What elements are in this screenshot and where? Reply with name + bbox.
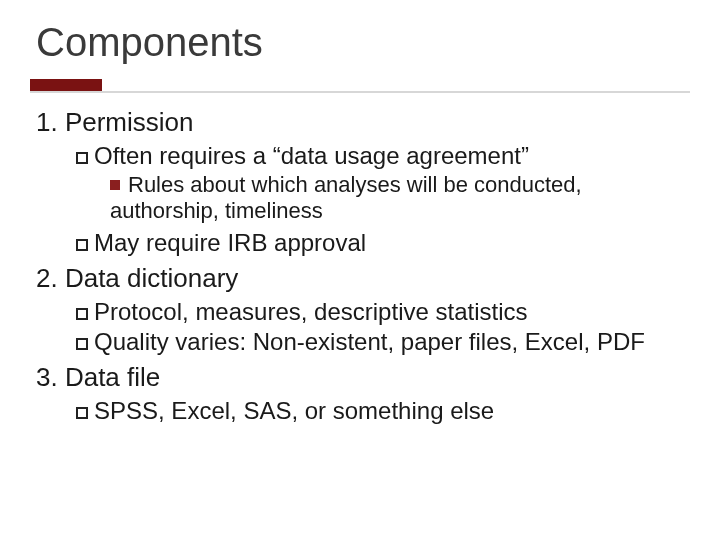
hollow-square-bullet-icon [76,338,88,350]
list-item-label: Rules about which analyses will be condu… [110,172,582,223]
solid-square-bullet-icon [110,180,120,190]
list-item-label: Quality varies: Non-existent, paper file… [94,328,645,355]
slide: Components 1. Permission Often requires … [0,0,720,540]
list-item: SPSS, Excel, SAS, or something else [76,397,690,425]
hollow-square-bullet-icon [76,239,88,251]
list-item: 3. Data file [36,362,690,393]
list-item: May require IRB approval [76,229,690,257]
list-item: 2. Data dictionary [36,263,690,294]
list-item-label: May require IRB approval [94,229,366,256]
hollow-square-bullet-icon [76,407,88,419]
list-item: 1. Permission [36,107,690,138]
list-item: Quality varies: Non-existent, paper file… [76,328,690,356]
title-rule [30,79,690,83]
hollow-square-bullet-icon [76,152,88,164]
slide-title: Components [36,20,690,65]
list-item-label: SPSS, Excel, SAS, or something else [94,397,494,424]
list-item: Often requires a “data usage agreement” [76,142,690,170]
list-item: Rules about which analyses will be condu… [110,172,670,225]
accent-bar [30,79,102,91]
list-item: Protocol, measures, descriptive statisti… [76,298,690,326]
divider-line [30,91,690,93]
list-item-label: Often requires a “data usage agreement” [94,142,529,169]
content: 1. Permission Often requires a “data usa… [30,107,690,425]
list-item-label: Protocol, measures, descriptive statisti… [94,298,528,325]
hollow-square-bullet-icon [76,308,88,320]
